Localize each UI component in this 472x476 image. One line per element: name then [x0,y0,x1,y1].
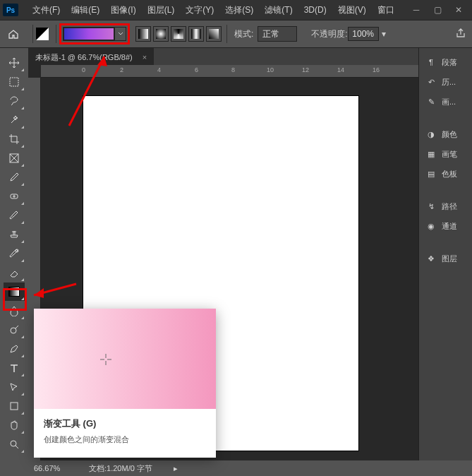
panel-paths[interactable]: ↯路径 [422,196,469,216]
divider [226,25,227,43]
healing-brush-tool[interactable] [4,187,25,206]
menu-bar: Ps 文件(F) 编辑(E) 图像(I) 图层(L) 文字(Y) 选择(S) 滤… [0,0,472,20]
crop-tool[interactable] [4,130,25,148]
svg-rect-5 [11,403,18,410]
document-tab[interactable]: 未标题-1 @ 66.7%(RGB/8#) × [28,48,154,66]
panel-label: 路径 [442,201,457,212]
tooltip-title: 渐变工具 (G) [44,417,206,430]
brush-tool[interactable] [4,206,25,225]
svg-rect-0 [10,78,18,86]
gradient-type-linear[interactable] [135,26,151,42]
panel-brushes[interactable]: ✎画... [422,92,469,112]
path-selection-tool[interactable] [4,378,25,396]
status-zoom[interactable]: 66.67% [34,464,76,472]
options-right [455,28,466,41]
annotation-highlight-tool [3,288,27,311]
gradient-preview[interactable] [63,28,114,40]
panel-label: 画笔 [442,149,457,160]
paragraph-icon: ¶ [425,56,437,68]
document-tab-title: 未标题-1 @ 66.7%(RGB/8#) [35,52,133,63]
opacity-scrubber-icon[interactable]: ▾ [382,29,386,39]
panel-layers[interactable]: ❖图层 [422,249,469,268]
eyedropper-tool[interactable] [4,168,25,186]
ruler-tick: 0 [82,66,85,73]
menu-file[interactable]: 文件(F) [27,1,66,19]
maximize-button[interactable]: ▢ [427,2,448,18]
gradient-type-reflected[interactable] [188,26,204,42]
color-icon: ◑ [425,129,437,140]
close-button[interactable]: ✕ [448,2,469,18]
tool-panel [0,48,28,460]
ruler-tick: 8 [231,66,235,73]
menu-type[interactable]: 文字(Y) [180,1,219,19]
zoom-tool[interactable] [4,435,25,453]
type-tool[interactable] [4,359,25,377]
ruler-horizontal[interactable]: 0 2 4 6 8 10 12 14 16 [41,65,418,78]
panel-history[interactable]: ↶历... [422,72,469,92]
home-icon[interactable] [6,28,21,40]
minimize-button[interactable]: ─ [406,2,427,18]
panel-label: 色板 [442,169,457,179]
clone-stamp-tool[interactable] [4,225,25,244]
gradient-picker[interactable] [63,27,126,41]
panel-color[interactable]: ◑颜色 [422,124,469,144]
marquee-tool[interactable] [4,73,25,91]
frame-tool[interactable] [4,149,25,167]
move-tool[interactable] [4,54,25,72]
gradient-type-angle[interactable] [171,26,186,42]
panel-label: 段落 [442,57,457,68]
eraser-tool[interactable] [4,263,25,282]
shape-tool[interactable] [4,397,25,415]
divider [32,25,33,43]
app-logo: Ps [3,4,18,16]
document-tab-bar: 未标题-1 @ 66.7%(RGB/8#) × [28,48,418,65]
panel-channels[interactable]: ◉通道 [422,216,469,236]
ruler-tick: 4 [157,66,161,73]
gradient-picker-highlight [59,23,130,44]
share-icon[interactable] [455,28,466,41]
dodge-tool[interactable] [4,321,25,339]
gradient-type-radial[interactable] [153,26,169,42]
ruler-tick: 2 [120,66,123,73]
hand-tool[interactable] [4,416,25,434]
status-doc-label: 文档: [89,463,107,474]
ruler-tick: 14 [337,66,344,73]
magic-wand-tool[interactable] [4,111,25,129]
status-doc-value[interactable]: 1.20M/0 字节 [107,463,152,474]
svg-point-6 [11,441,16,446]
panel-paragraph[interactable]: ¶段落 [422,52,469,72]
lasso-tool[interactable] [4,92,25,110]
pen-tool[interactable] [4,340,25,358]
panel-label: 画... [442,97,456,107]
tooltip-body: 渐变工具 (G) 创建颜色之间的渐变混合 [34,409,216,458]
panel-swatches[interactable]: ▤色板 [422,164,469,184]
ruler-tick: 10 [267,66,274,73]
brush-settings-icon: ▦ [425,148,437,160]
menu-view[interactable]: 视图(V) [332,1,372,19]
tooltip-description: 创建颜色之间的渐变混合 [44,434,206,445]
panel-gap [422,236,469,249]
panel-dock: ¶段落 ↶历... ✎画... ◑颜色 ▦画笔 ▤色板 ↯路径 ◉通道 ❖图层 [418,48,472,460]
gradient-dropdown-icon[interactable] [114,28,126,40]
menu-edit[interactable]: 编辑(E) [66,1,105,19]
panel-label: 颜色 [442,129,457,140]
history-brush-tool[interactable] [4,244,25,263]
svg-point-4 [11,328,16,333]
menu-filter[interactable]: 滤镜(T) [259,1,298,19]
tab-close-icon[interactable]: × [143,53,147,61]
options-bar: 模式: 正常 不透明度: 100% ▾ [0,20,472,48]
panel-brush-settings[interactable]: ▦画笔 [422,144,469,164]
swatches-icon: ▤ [425,168,437,179]
gradient-type-diamond[interactable] [206,26,222,42]
blend-mode-select[interactable]: 正常 [258,26,297,42]
menu-3d[interactable]: 3D(D) [298,2,332,18]
menu-layer[interactable]: 图层(L) [142,1,181,19]
menu-select[interactable]: 选择(S) [219,1,259,19]
status-flyout-icon[interactable]: ▸ [174,464,178,473]
gradient-tool-icon[interactable] [36,28,49,40]
menu-image[interactable]: 图像(I) [105,1,141,19]
opacity-value[interactable]: 100% [348,27,379,41]
menu-window[interactable]: 窗口 [372,1,400,19]
panel-label: 历... [442,77,456,88]
crosshair-cursor-icon [99,352,113,367]
